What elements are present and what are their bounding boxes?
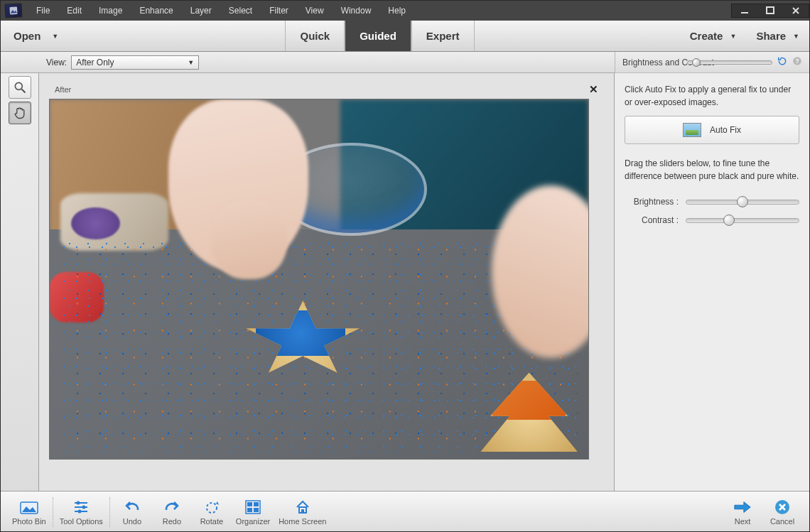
home-button[interactable]: Home Screen <box>274 493 330 532</box>
tab-quick[interactable]: Quick <box>285 21 345 51</box>
rotate-icon <box>202 499 221 516</box>
auto-fix-button[interactable]: Auto Fix <box>625 116 799 144</box>
view-dropdown[interactable]: After Only ▼ <box>71 55 199 70</box>
menu-edit[interactable]: Edit <box>58 3 90 18</box>
hand-tool[interactable] <box>9 102 31 124</box>
image-preview <box>49 99 589 460</box>
menu-help[interactable]: Help <box>379 3 414 18</box>
title-bar: File Edit Image Enhance Layer Select Fil… <box>1 1 809 21</box>
contrast-label: Contrast : <box>625 214 679 227</box>
next-icon <box>733 499 752 516</box>
side-panel: Brightness and Contrast ? Click Auto Fix… <box>615 73 809 491</box>
open-label: Open <box>14 30 40 42</box>
menu-layer[interactable]: Layer <box>182 3 220 18</box>
canvas-area: After ✕ <box>39 73 615 491</box>
cancel-icon <box>773 499 792 516</box>
svg-point-13 <box>78 510 82 514</box>
svg-line-4 <box>21 89 25 93</box>
menu-select[interactable]: Select <box>220 3 261 18</box>
redo-button[interactable]: Redo <box>152 493 192 532</box>
rotate-button[interactable]: Rotate <box>192 493 232 532</box>
brightness-thumb[interactable] <box>737 196 748 207</box>
svg-rect-19 <box>254 508 259 512</box>
chevron-down-icon: ▼ <box>793 33 799 40</box>
tool-options-icon <box>72 499 90 516</box>
view-value: After Only <box>76 58 114 67</box>
canvas-label: After <box>55 85 71 94</box>
chevron-down-icon: ▼ <box>188 59 194 66</box>
svg-rect-21 <box>301 509 304 513</box>
window-minimize[interactable] <box>732 4 757 17</box>
autofix-icon <box>683 123 701 137</box>
organizer-icon <box>244 499 262 516</box>
open-button[interactable]: Open ▼ <box>1 21 80 51</box>
home-icon <box>293 499 312 516</box>
photo-bin-icon <box>20 499 38 516</box>
chevron-down-icon: ▼ <box>52 33 58 40</box>
window-close[interactable] <box>783 4 809 17</box>
organizer-button[interactable]: Organizer <box>232 493 274 532</box>
svg-point-3 <box>15 82 22 89</box>
zoom-slider-thumb[interactable] <box>692 58 701 67</box>
panel-help-text-1: Click Auto Fix to apply a general fix to… <box>625 83 799 109</box>
tab-guided[interactable]: Guided <box>345 21 411 51</box>
brightness-slider[interactable] <box>686 200 799 205</box>
help-icon[interactable]: ? <box>792 56 802 68</box>
panel-help-text-2: Drag the sliders below, to fine tune the… <box>625 157 799 183</box>
contrast-slider[interactable] <box>686 218 799 223</box>
main: After ✕ Brightness and Contrast ? <box>1 73 809 491</box>
svg-rect-17 <box>254 502 259 506</box>
window-maximize[interactable] <box>757 4 783 17</box>
svg-text:?: ? <box>796 58 799 65</box>
svg-point-11 <box>82 506 86 509</box>
svg-rect-2 <box>767 7 774 13</box>
share-button[interactable]: Share▼ <box>746 21 809 51</box>
auto-fix-label: Auto Fix <box>710 124 741 136</box>
menu-filter[interactable]: Filter <box>261 3 297 18</box>
app-logo <box>4 3 22 18</box>
redo-icon <box>163 499 181 516</box>
next-button[interactable]: Next <box>723 493 762 532</box>
mode-bar: Open ▼ Quick Guided Expert Create▼ Share… <box>1 21 809 52</box>
view-label: View: <box>46 58 67 67</box>
cancel-button[interactable]: Cancel <box>762 493 802 532</box>
svg-rect-16 <box>247 502 252 506</box>
chevron-down-icon: ▼ <box>730 33 736 40</box>
undo-icon <box>123 499 141 516</box>
tool-options-button[interactable]: Tool Options <box>55 493 107 532</box>
menu-enhance[interactable]: Enhance <box>131 3 181 18</box>
menu-file[interactable]: File <box>28 3 58 18</box>
menu-view[interactable]: View <box>297 3 333 18</box>
close-icon[interactable]: ✕ <box>589 83 598 96</box>
tool-strip <box>1 73 39 491</box>
photo-bin-button[interactable]: Photo Bin <box>8 493 50 532</box>
svg-rect-0 <box>9 6 17 14</box>
svg-point-9 <box>77 501 80 505</box>
svg-rect-18 <box>247 508 252 512</box>
svg-point-14 <box>207 503 217 513</box>
menu-window[interactable]: Window <box>333 3 380 18</box>
brightness-label: Brightness : <box>625 195 679 208</box>
undo-button[interactable]: Undo <box>112 493 152 532</box>
zoom-tool[interactable] <box>9 76 31 99</box>
zoom-slider[interactable] <box>687 60 772 65</box>
footer: Photo Bin Tool Options Undo Redo Rotate … <box>1 491 809 532</box>
contrast-thumb[interactable] <box>723 215 735 226</box>
menu-image[interactable]: Image <box>90 3 131 18</box>
svg-rect-1 <box>741 12 748 13</box>
reset-icon[interactable] <box>777 56 788 68</box>
tab-expert[interactable]: Expert <box>411 21 475 51</box>
create-button[interactable]: Create▼ <box>680 21 747 51</box>
